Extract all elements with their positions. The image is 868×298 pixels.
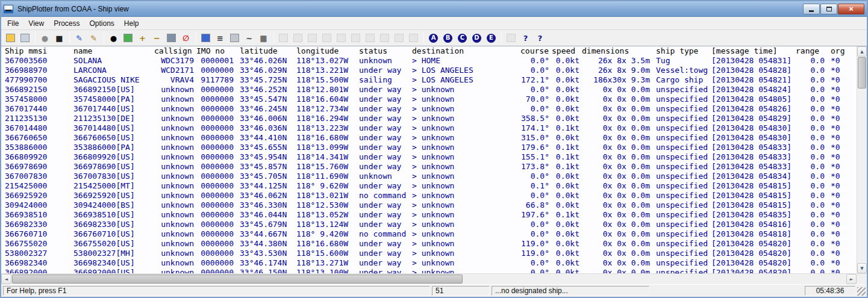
table-row[interactable]: 366938510366938510[US]unknown000000033°4… <box>1 210 854 220</box>
table-row[interactable]: 367003560SOLANAWDC3179000000133°46.026N1… <box>1 56 854 66</box>
horizontal-scroll-thumb[interactable] <box>12 275 463 284</box>
table-cell: 366925920[US] <box>70 191 154 200</box>
inactive-tool-button <box>349 31 363 45</box>
toolbar-separator <box>273 32 274 44</box>
filter-e-button[interactable]: E <box>484 31 498 45</box>
table-row[interactable]: 367017440367017440[US]unknown000000033°4… <box>1 104 854 114</box>
open-button[interactable] <box>4 31 17 45</box>
table-cell: 0x 0x 0.0m <box>582 172 652 181</box>
table-cell: 118°13.221W <box>293 66 355 75</box>
table-row[interactable]: 366925920366925920[US]unknown000000033°4… <box>1 191 854 200</box>
table-cell: [20130428 054818] <box>708 229 796 239</box>
stop-button[interactable]: ■ <box>52 31 66 45</box>
table-cell: 33°45.655N <box>236 143 293 152</box>
table-cell: 33°46.026N <box>236 56 293 66</box>
menu-process[interactable]: Process <box>49 17 84 29</box>
table-row[interactable]: 366988970LARCONAWCD2171000000033°46.029N… <box>1 66 854 75</box>
table-cell: 26x 8x 3.5m <box>582 56 652 66</box>
zoom-out-button[interactable]: − <box>150 31 164 45</box>
table-cell: *0 <box>827 162 854 172</box>
table-cell: 0.0kt <box>552 172 582 181</box>
table-cell: 0.0 <box>796 200 827 210</box>
table-cell: unknown <box>154 258 196 268</box>
maximize-button[interactable] <box>820 4 837 14</box>
table-cell: 0.0 <box>796 162 827 172</box>
signal-view-button[interactable]: ~ <box>242 31 256 45</box>
close-button[interactable] <box>838 4 864 14</box>
plot-view-button[interactable]: ● <box>107 31 120 45</box>
table-row[interactable]: 366982330366982330[US]unknown000000033°4… <box>1 220 854 229</box>
table-row[interactable]: 353886000353886000[PA]unknown000000033°4… <box>1 143 854 152</box>
maximize-icon <box>826 7 832 11</box>
print-button[interactable] <box>18 31 32 45</box>
column-header: course <box>520 46 552 56</box>
content: Ship mmsinamecallsignIMO nolatitudelongi… <box>1 46 867 273</box>
scroll-down-button[interactable]: ▼ <box>857 263 867 273</box>
table-row[interactable]: 367007830367007830[US]unknown000000033°4… <box>1 172 854 181</box>
table-cell: under way <box>355 162 408 172</box>
toolbar-separator <box>423 32 424 44</box>
filter-c-button[interactable]: C <box>455 31 469 45</box>
horizontal-scroll-track[interactable] <box>11 274 846 284</box>
grid-view-button[interactable]: ▦ <box>257 31 270 45</box>
edit-button[interactable]: ✎ <box>87 31 101 45</box>
message-list-button[interactable]: ≡ <box>213 31 227 45</box>
table-cell: 119.0° <box>520 239 552 249</box>
table-cell: no command <box>355 191 408 200</box>
table-row[interactable]: 367014480367014480[US]unknown000000033°4… <box>1 123 854 133</box>
minimize-button[interactable] <box>803 4 820 14</box>
table-cell: 118°14.341W <box>293 152 355 162</box>
menu-file[interactable]: File <box>2 17 23 29</box>
menu-options[interactable]: Options <box>85 17 119 29</box>
block-button[interactable]: ∅ <box>179 31 193 45</box>
setup-tools-button[interactable]: ✎ <box>72 31 86 45</box>
table-row[interactable]: 366892000366892000[US]unknown000000033°4… <box>1 268 854 273</box>
scroll-up-button[interactable]: ▲ <box>857 46 867 57</box>
record-button[interactable]: ● <box>38 31 52 45</box>
table-cell: 215425000[MT] <box>70 181 154 191</box>
table-cell: unspecified <box>652 152 708 162</box>
table-row[interactable]: 366760650366760650[US]unknown000000033°4… <box>1 133 854 143</box>
table-row[interactable]: 366760710366760710[US]unknown000000033°4… <box>1 229 854 239</box>
table-row[interactable]: 366755020366755020[US]unknown000000033°4… <box>1 239 854 249</box>
table-cell: [20130428 054815] <box>708 181 796 191</box>
resize-grip[interactable] <box>857 287 866 296</box>
table-cell: > unknown <box>408 133 520 143</box>
flag-view-button[interactable] <box>199 31 213 45</box>
context-help-button[interactable]: ? <box>533 31 547 45</box>
table-cell: 0.0 <box>796 75 827 85</box>
zoom-in-button[interactable]: + <box>136 31 149 45</box>
filter-d-button[interactable]: D <box>470 31 484 45</box>
ships-view-button[interactable] <box>164 31 178 45</box>
scroll-left-button[interactable]: ◄ <box>1 274 11 284</box>
status-designated-ship: ...no designated ship... <box>492 286 649 296</box>
table-row[interactable]: 366982340366982340[US]unknown000000033°4… <box>1 258 854 268</box>
vertical-scroll-thumb[interactable] <box>858 57 866 88</box>
filter-a-button[interactable]: A <box>426 31 440 45</box>
vertical-scroll-track[interactable] <box>857 57 867 263</box>
table-row[interactable]: 538002327538002327[MH]unknown000000033°4… <box>1 249 854 258</box>
table-cell: 0.0 <box>796 152 827 162</box>
horizontal-scrollbar[interactable]: ◄ ► <box>1 274 857 284</box>
table-row[interactable]: 366892150366892150[US]unknown000000033°4… <box>1 85 854 95</box>
chart-view-button[interactable] <box>121 31 135 45</box>
table-cell: Cargo ship <box>652 75 708 85</box>
table-row[interactable]: 477990700SAGACIOUS NIKEVRAV4911778933°45… <box>1 75 854 85</box>
table-row[interactable]: 366809920366809920[US]unknown000000033°4… <box>1 152 854 162</box>
table-cell: 0.0kt <box>552 95 582 104</box>
scroll-right-button[interactable]: ► <box>846 274 857 284</box>
panel-view-button[interactable] <box>228 31 242 45</box>
vertical-scrollbar[interactable]: ▲ ▼ <box>857 46 867 273</box>
menu-view[interactable]: View <box>23 17 49 29</box>
filter-b-button[interactable]: B <box>441 31 455 45</box>
table-cell: unknown <box>154 152 196 162</box>
table-cell: [20130428 054830] <box>708 133 796 143</box>
table-row[interactable]: 366978690366978690[US]unknown000000033°4… <box>1 162 854 172</box>
table-row[interactable]: 357458000357458000[PA]unknown000000033°4… <box>1 95 854 104</box>
table-row[interactable]: 309424000309424000[BS]unknown000000033°4… <box>1 200 854 210</box>
menu-help[interactable]: Help <box>119 17 144 29</box>
table-row[interactable]: 211235130211235130[DE]unknown000000033°4… <box>1 114 854 123</box>
help-button[interactable]: ? <box>519 31 532 45</box>
table-row[interactable]: 215425000215425000[MT]unknown000000033°4… <box>1 181 854 191</box>
table-cell: 366809920 <box>1 152 70 162</box>
